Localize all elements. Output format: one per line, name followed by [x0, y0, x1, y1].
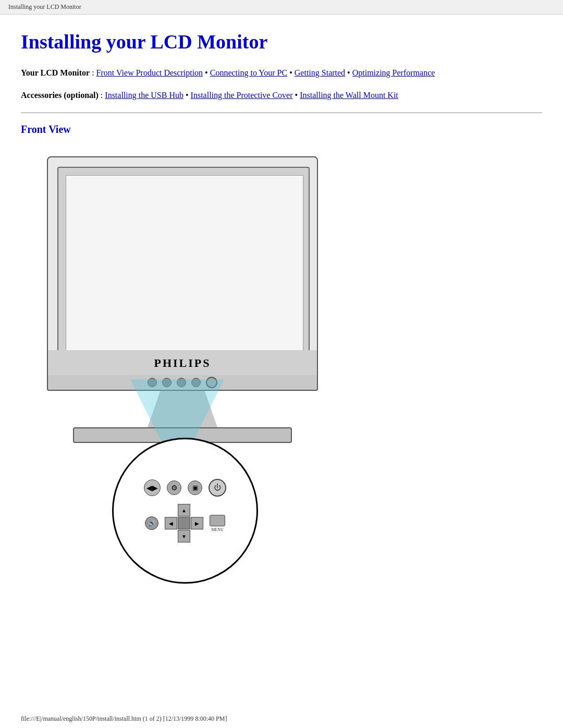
settings-btn: ⚙ [167, 480, 181, 495]
front-view-heading: Front View [21, 124, 542, 135]
nav-wall-mount[interactable]: Installing the Wall Mount Kit [300, 91, 398, 100]
nav-connecting[interactable]: Connecting to Your PC [210, 68, 287, 77]
input-btn: ▣ [188, 480, 202, 495]
prev-btn: ◀▶ [144, 479, 161, 496]
dpad: ▲ ◀ ▶ ▼ [165, 504, 203, 542]
nav-front-view[interactable]: Front View Product Description [96, 68, 203, 77]
menu-btn [210, 515, 225, 526]
footer-status: file:///E|/manual/english/150P/install/i… [21, 715, 227, 723]
nav-usb-hub[interactable]: Installing the USB Hub [105, 91, 183, 100]
footer-text: file:///E|/manual/english/150P/install/i… [21, 715, 227, 722]
philips-logo: PHILIPS [154, 356, 211, 370]
tab-title: Installing your LCD Monitor [8, 3, 81, 10]
zoom-circle: ◀▶ ⚙ ▣ ⏻ 🔊 [112, 438, 258, 584]
menu-group: MENU [210, 515, 225, 532]
zoom-power-btn: ⏻ [209, 479, 226, 497]
monitor-illustration: PHILIPS 150P PHILIPS [31, 146, 334, 552]
zoom-row-2: 🔊 ▲ ◀ ▶ ▼ [145, 504, 225, 542]
nav-optimizing[interactable]: Optimizing Performance [352, 68, 435, 77]
zoom-row-1: ◀▶ ⚙ ▣ ⏻ [144, 479, 226, 497]
zoom-controls-detail: ◀▶ ⚙ ▣ ⏻ 🔊 [133, 468, 237, 553]
nav-getting-started[interactable]: Getting Started [295, 68, 345, 77]
content-area: Installing your LCD Monitor Your LCD Mon… [0, 15, 563, 594]
dpad-left: ◀ [165, 517, 177, 529]
nav-protective-cover[interactable]: Installing the Protective Cover [191, 91, 293, 100]
section-divider [21, 113, 542, 113]
dpad-center [178, 517, 190, 529]
your-lcd-label: Your LCD Monitor [21, 68, 90, 77]
accessories-label: Accessories (optional) [21, 91, 99, 100]
dpad-up: ▲ [178, 504, 190, 516]
monitor-screen [66, 175, 303, 353]
zoom-speaker-icon: 🔊 [145, 516, 158, 530]
browser-tab: Installing your LCD Monitor [0, 0, 563, 15]
dpad-right: ▶ [191, 517, 203, 529]
accessories-nav: Accessories (optional) : Installing the … [21, 88, 542, 102]
your-lcd-nav: Your LCD Monitor : Front View Product De… [21, 66, 542, 80]
page-title: Installing your LCD Monitor [21, 30, 542, 53]
monitor-screen-bezel [57, 167, 310, 360]
dpad-down: ▼ [178, 530, 190, 542]
vol-group: ◀▶ [144, 479, 161, 496]
monitor-logo-bar: PHILIPS [47, 350, 318, 376]
monitor-body: PHILIPS 150P [47, 156, 318, 380]
menu-label: MENU [211, 527, 224, 532]
